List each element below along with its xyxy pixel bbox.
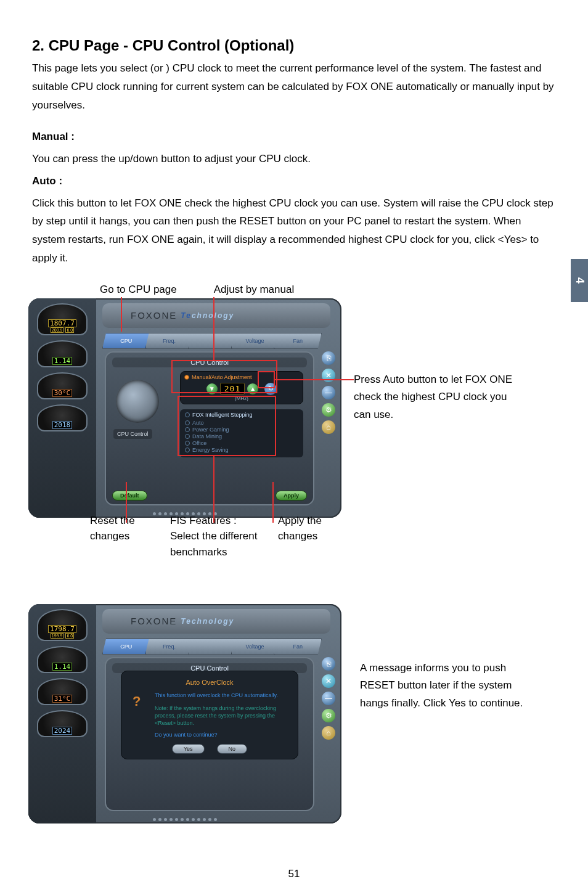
gauge-cpu-freq: 1798.7 199.9 6.0 (37, 609, 88, 641)
cpu-control-label: CPU Control (113, 429, 152, 439)
minimize-button[interactable]: — (322, 692, 335, 705)
cpu-icon (116, 380, 159, 423)
gauge-fan-value: 2018 (52, 421, 73, 429)
gauge-fsb-value: 199.9 (51, 633, 64, 639)
gauge-cpu-freq: 1807.7 200.9 6.0 (37, 303, 88, 335)
minimize-button[interactable]: — (322, 386, 335, 399)
fis-opt-auto: Auto (192, 420, 204, 426)
close-button[interactable]: ✕ (322, 674, 335, 688)
page-heading: 2. CPU Page - CPU Control (Optional) (32, 37, 556, 54)
gauge-temp: 30°C (37, 372, 88, 399)
foxone-app: 1807.7 200.9 6.0 1.14 30°C 2018 FOXONE (28, 298, 341, 518)
fis-opt-power: Power Gaming (192, 427, 229, 433)
auto-overclock-dialog: ? Auto OverClock This function will over… (121, 671, 298, 760)
fis-header: FOX Intelligent Stepping (192, 412, 253, 418)
tab-bar: CPU Freq. Voltage Fan (102, 639, 317, 655)
brand-text: FOXONE (131, 310, 177, 321)
tab-limit[interactable] (188, 639, 236, 655)
yes-button[interactable]: Yes (172, 744, 205, 754)
titlebar: FOXONE Technology (102, 609, 330, 634)
callout-reset: Reset the changes (90, 513, 170, 560)
gauge-cpu-freq-value: 1798.7 (48, 625, 76, 633)
tab-voltage[interactable]: Voltage (231, 333, 279, 349)
dialog-message: This function will overclock the CPU aut… (155, 692, 289, 700)
manual-auto-label: Manual/Auto Adjustment (192, 374, 252, 380)
gauge-temp: 31°C (37, 678, 88, 705)
gauge-voltage-value: 1.14 (52, 663, 73, 671)
fis-opt-office: Office (192, 440, 206, 446)
tab-freq[interactable]: Freq. (145, 639, 194, 655)
settings-button[interactable]: ⚙ (322, 709, 335, 722)
gauge-temp-value: 30°C (52, 389, 73, 397)
page-section-tab: 4 (571, 259, 588, 302)
callout-apply: Apply the changes (278, 513, 340, 560)
default-button[interactable]: Default (112, 491, 147, 501)
brand-text: FOXONE (131, 616, 177, 626)
fis-opt-radio[interactable] (185, 448, 190, 452)
no-button[interactable]: No (217, 744, 248, 754)
manual-auto-section: Manual/Auto Adjustment ▼ 201 ▲ ↻ (MHz) (180, 371, 303, 404)
brand-tech-2: chnology (192, 311, 234, 320)
brand-tech: Technology (181, 617, 234, 626)
freq-up-button[interactable]: ▲ (247, 383, 258, 394)
window-controls: ⎘ ✕ — ⚙ ⌂ (322, 657, 335, 740)
tab-bar: CPU Freq. Voltage Fan (102, 333, 317, 349)
fis-opt-radio[interactable] (185, 427, 190, 432)
page-content: 2. CPU Page - CPU Control (Optional) Thi… (0, 0, 588, 836)
dialog-note: Note: If the system hangs during the ove… (155, 705, 289, 727)
sidebar: 1798.7 199.9 6.0 1.14 31°C 2024 (28, 604, 96, 823)
window-controls: ⎘ ✕ — ⚙ ⌂ (322, 351, 335, 434)
fis-opt-radio[interactable] (185, 441, 190, 446)
auto-overclock-button[interactable]: ↻ (264, 383, 277, 395)
settings-button[interactable]: ⚙ (322, 403, 335, 417)
gauge-temp-value: 31°C (52, 695, 73, 703)
callout-dialog-description: A message informs you to push RESET butt… (360, 660, 533, 713)
figure-1: Go to CPU page Adjust by manual 1807.7 2… (32, 285, 556, 518)
fis-radio-icon[interactable] (185, 412, 190, 417)
gauge-fan: 2024 (37, 710, 88, 737)
apply-button[interactable]: Apply (276, 491, 307, 501)
gauge-voltage: 1.14 (37, 646, 88, 673)
gauge-fsb-value: 200.9 (51, 327, 64, 333)
panel-header: CPU Control (112, 358, 307, 367)
fis-opt-radio[interactable] (185, 434, 190, 439)
gauge-voltage: 1.14 (37, 340, 88, 367)
sidebar: 1807.7 200.9 6.0 1.14 30°C 2018 (28, 298, 96, 518)
auto-text: Click this button to let FOX ONE check t… (32, 194, 556, 268)
tab-limit[interactable] (188, 333, 236, 349)
fis-opt-energy: Energy Saving (192, 447, 229, 453)
manual-text: You can press the up/down button to adju… (32, 150, 556, 168)
cpu-control-panel: CPU Control CPU Control Manual/Auto Adju… (105, 351, 314, 505)
brand-tech-1: Te (181, 311, 192, 320)
mhz-label: (MHz) (184, 396, 299, 401)
tab-freq[interactable]: Freq. (145, 333, 194, 349)
freq-down-button[interactable]: ▼ (206, 383, 218, 394)
callout-auto-description: Press Auto button to let FOX ONE check t… (354, 371, 520, 425)
gauge-cpu-freq-value: 1807.7 (48, 319, 76, 327)
callout-adjust-manual: Adjust by manual (214, 284, 294, 296)
tab-cpu[interactable]: CPU (102, 333, 150, 349)
fis-opt-data: Data Mining (192, 433, 222, 439)
skin-button[interactable]: ⎘ (322, 657, 335, 671)
tab-voltage[interactable]: Voltage (231, 639, 279, 655)
close-button[interactable]: ✕ (322, 369, 335, 382)
callout-goto-cpu: Go to CPU page (100, 284, 177, 296)
manual-label: Manual : (32, 128, 556, 146)
intro-paragraph: This page lets you select (or ) CPU cloc… (32, 59, 556, 114)
dialog-question: Do you want to continue? (155, 732, 289, 738)
gauge-voltage-value: 1.14 (52, 357, 73, 365)
gauge-fan: 2018 (37, 404, 88, 431)
freq-display: 201 (220, 383, 245, 394)
tab-cpu[interactable]: CPU (102, 639, 150, 655)
home-button[interactable]: ⌂ (322, 420, 335, 434)
foxone-app-dialog: 1798.7 199.9 6.0 1.14 31°C 2024 FOXONE (28, 604, 341, 823)
home-button[interactable]: ⌂ (322, 726, 335, 740)
tab-fan[interactable]: Fan (274, 639, 322, 655)
gauge-fan-value: 2024 (52, 727, 73, 735)
fis-opt-radio[interactable] (185, 420, 190, 425)
skin-button[interactable]: ⎘ (322, 351, 335, 365)
tab-fan[interactable]: Fan (274, 333, 322, 349)
auto-label: Auto : (32, 172, 556, 190)
radio-manual-auto-icon[interactable] (184, 375, 189, 380)
titlebar: FOXONE Technology (102, 303, 330, 328)
